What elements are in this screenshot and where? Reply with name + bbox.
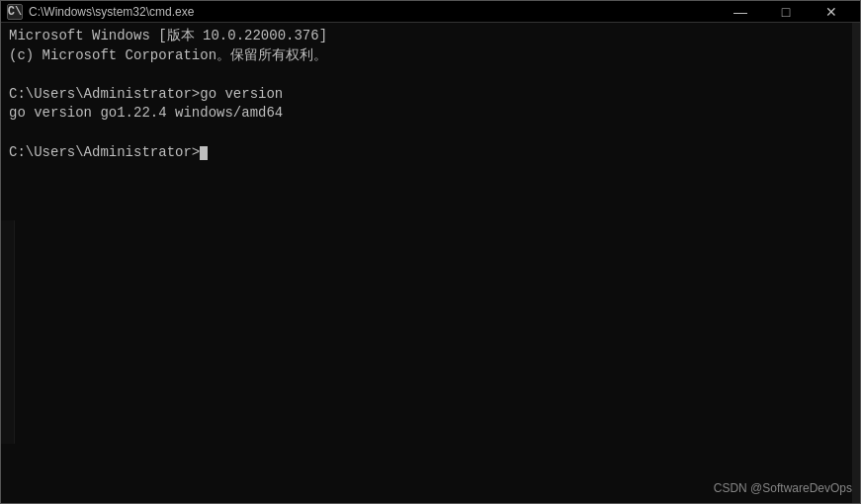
terminal-line-5: go version go1.22.4 windows/amd64 [9, 104, 852, 124]
title-bar-controls: — □ ✕ [718, 1, 854, 23]
terminal-line-prompt: C:\Users\Administrator> [9, 143, 852, 163]
window-title: C:\Windows\system32\cmd.exe [29, 5, 194, 19]
minimize-button[interactable]: — [718, 1, 763, 23]
close-button[interactable]: ✕ [809, 1, 854, 23]
terminal-line-1: Microsoft Windows [版本 10.0.22000.376] [9, 27, 852, 46]
cursor [200, 146, 208, 160]
scrollbar[interactable] [852, 23, 860, 503]
terminal-line-6 [9, 124, 852, 143]
terminal-body[interactable]: Microsoft Windows [版本 10.0.22000.376] (c… [1, 23, 860, 503]
cmd-icon: C\ [7, 4, 23, 20]
watermark: CSDN @SoftwareDevOps [714, 481, 852, 495]
left-partial-overlay [1, 220, 15, 444]
terminal-line-3 [9, 65, 852, 85]
terminal-line-4: C:\Users\Administrator>go version [9, 85, 852, 105]
terminal-line-2: (c) Microsoft Corporation。保留所有权利。 [9, 46, 852, 66]
maximize-button[interactable]: □ [763, 1, 809, 23]
cmd-window: C\ C:\Windows\system32\cmd.exe — □ ✕ Mic… [0, 0, 861, 504]
title-bar-left: C\ C:\Windows\system32\cmd.exe [7, 4, 194, 20]
title-bar: C\ C:\Windows\system32\cmd.exe — □ ✕ [1, 1, 860, 23]
